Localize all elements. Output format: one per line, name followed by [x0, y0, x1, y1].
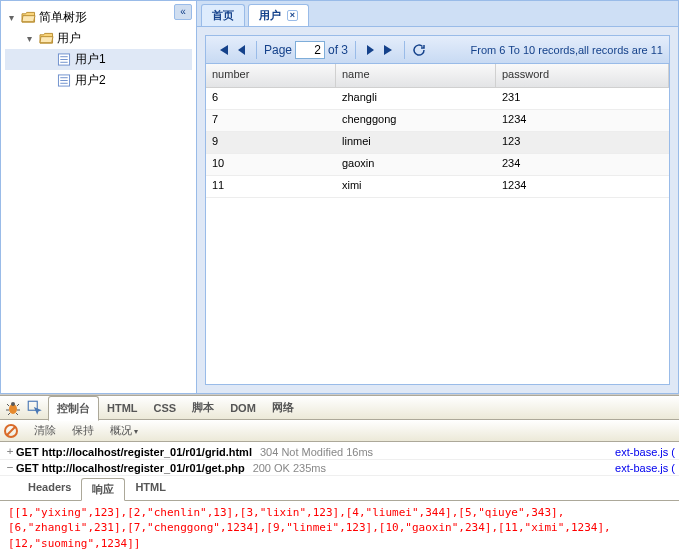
minus-icon[interactable]: ▾ — [5, 12, 17, 23]
response-tabs: Headers 响应 HTML — [0, 476, 679, 501]
page-label: Page — [264, 43, 292, 57]
table-row[interactable]: 6zhangli231 — [206, 88, 669, 110]
document-icon — [56, 52, 72, 68]
tree-root[interactable]: ▾ 简单树形 — [5, 7, 192, 28]
devtools-tab-html[interactable]: HTML — [99, 398, 146, 418]
tree-root-label: 简单树形 — [39, 9, 87, 26]
folder-open-icon — [20, 10, 36, 26]
table-row[interactable]: 9linmei123 — [206, 132, 669, 154]
collapse-button[interactable]: « — [174, 4, 192, 20]
tree-leaf-label: 用户2 — [75, 72, 106, 89]
collapse-icon[interactable]: − — [4, 461, 16, 474]
stop-icon[interactable] — [4, 424, 18, 438]
grid-body: 6zhangli231 7chenggong1234 9linmei123 10… — [206, 88, 669, 384]
tree-panel: « ▾ 简单树形 ▾ 用户 用户1 — [0, 0, 197, 394]
tree-leaf-label: 用户1 — [75, 51, 106, 68]
devtools-panel: 控制台 HTML CSS 脚本 DOM 网络 清除 保持 概况 + GET ht… — [0, 395, 679, 553]
devtools-clear[interactable]: 清除 — [26, 423, 64, 438]
resp-tab-response[interactable]: 响应 — [81, 478, 125, 501]
tab-strip: 首页 用户 × — [197, 1, 678, 27]
folder-open-icon — [38, 31, 54, 47]
prev-page-icon[interactable] — [234, 42, 250, 58]
main-panel: 首页 用户 × Page of 3 — [197, 0, 679, 394]
table-row[interactable]: 7chenggong1234 — [206, 110, 669, 132]
devtools-tab-net[interactable]: 网络 — [264, 396, 302, 419]
page-input[interactable] — [295, 41, 325, 59]
devtools-tabbar: 控制台 HTML CSS 脚本 DOM 网络 — [0, 395, 679, 420]
first-page-icon[interactable] — [214, 42, 230, 58]
inspect-icon[interactable] — [26, 399, 44, 417]
grid-panel: Page of 3 From 6 To 10 records,all recor… — [205, 35, 670, 385]
resp-tab-html[interactable]: HTML — [125, 478, 176, 500]
grid-header: number name password — [206, 64, 669, 88]
next-page-icon[interactable] — [362, 42, 378, 58]
tree-folder[interactable]: ▾ 用户 — [5, 28, 192, 49]
col-header-password[interactable]: password — [496, 64, 669, 87]
devtools-log: + GET http://localhost/register_01/r01/g… — [0, 442, 679, 553]
refresh-icon[interactable] — [411, 42, 427, 58]
svg-point-9 — [11, 402, 15, 406]
request-row[interactable]: + GET http://localhost/register_01/r01/g… — [0, 444, 679, 460]
col-header-number[interactable]: number — [206, 64, 336, 87]
tree-leaf[interactable]: 用户2 — [5, 70, 192, 91]
devtools-profile[interactable]: 概况 — [102, 423, 146, 438]
devtools-keep[interactable]: 保持 — [64, 423, 102, 438]
table-row[interactable]: 10gaoxin234 — [206, 154, 669, 176]
table-row[interactable]: 11ximi1234 — [206, 176, 669, 198]
devtools-subbar: 清除 保持 概况 — [0, 420, 679, 442]
source-file[interactable]: ext-base.js ( — [615, 446, 675, 458]
page-of: of 3 — [328, 43, 348, 57]
tab-home[interactable]: 首页 — [201, 4, 245, 26]
tree-leaf[interactable]: 用户1 — [5, 49, 192, 70]
paging-info: From 6 To 10 records,all records are 11 — [471, 44, 663, 56]
last-page-icon[interactable] — [382, 42, 398, 58]
tree-folder-label: 用户 — [57, 30, 81, 47]
resp-tab-headers[interactable]: Headers — [18, 478, 81, 500]
devtools-tab-script[interactable]: 脚本 — [184, 396, 222, 419]
close-icon[interactable]: × — [287, 10, 298, 21]
paging-toolbar: Page of 3 From 6 To 10 records,all recor… — [206, 36, 669, 64]
tab-user[interactable]: 用户 × — [248, 4, 309, 26]
response-body: [[1,"yixing",123],[2,"chenlin",13],[3,"l… — [0, 501, 679, 553]
devtools-tab-dom[interactable]: DOM — [222, 398, 264, 418]
document-icon — [56, 73, 72, 89]
col-header-name[interactable]: name — [336, 64, 496, 87]
devtools-tab-css[interactable]: CSS — [146, 398, 185, 418]
devtools-tab-console[interactable]: 控制台 — [48, 396, 99, 421]
firebug-icon[interactable] — [4, 399, 22, 417]
request-row[interactable]: − GET http://localhost/register_01/r01/g… — [0, 460, 679, 476]
source-file[interactable]: ext-base.js ( — [615, 462, 675, 474]
expand-icon[interactable]: + — [4, 445, 16, 458]
minus-icon[interactable]: ▾ — [23, 33, 35, 44]
